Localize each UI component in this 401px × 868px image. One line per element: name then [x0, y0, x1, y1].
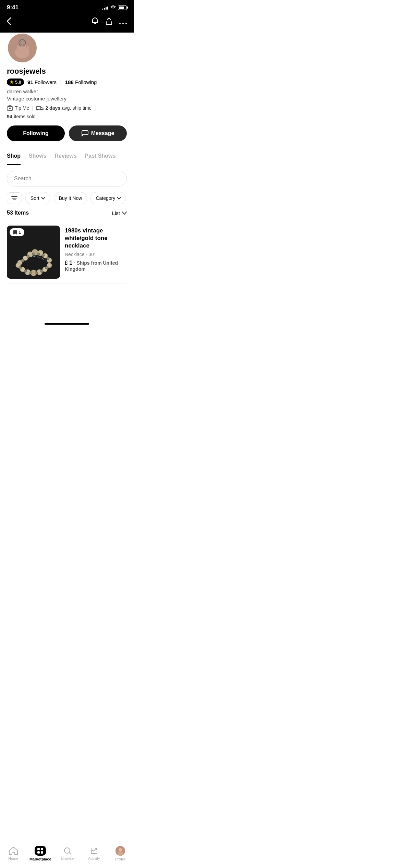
view-toggle[interactable]: List — [112, 210, 127, 216]
ship-time-value: 2 days — [45, 105, 60, 111]
followers-count: 91 — [27, 79, 33, 85]
svg-rect-6 — [17, 45, 20, 52]
bookmark-count: 1 — [19, 230, 21, 235]
category-label: Category — [96, 195, 115, 201]
filter-icon-button[interactable] — [7, 192, 22, 204]
buy-it-now-button[interactable]: Buy It Now — [54, 192, 87, 204]
shop-content: Sort Buy It Now Category 53 Items List — [0, 165, 134, 289]
username: roosjewels — [7, 67, 127, 76]
ship-time-item: 2 days avg. ship time — [36, 105, 92, 111]
profile-info: roosjewels ★ 5.0 91 Followers | 188 Foll… — [0, 63, 134, 119]
ship-time-label: avg. ship time — [62, 105, 92, 111]
tip-me-label: Tip Me — [15, 105, 29, 111]
followers-stat[interactable]: 91 Followers — [27, 79, 57, 85]
svg-point-32 — [37, 253, 40, 255]
product-image-wrap: 1 — [7, 226, 60, 279]
product-card[interactable]: 1 1980s vintage white/gold tone necklace… — [7, 221, 127, 284]
svg-point-47 — [45, 266, 48, 269]
more-options-icon[interactable] — [119, 18, 127, 27]
search-input[interactable] — [7, 171, 127, 186]
category-button[interactable]: Category — [90, 192, 126, 204]
tab-reviews-label: Reviews — [55, 153, 77, 159]
svg-point-1 — [119, 23, 121, 24]
bio: Vintage costume jewellery — [7, 96, 127, 101]
svg-point-46 — [40, 270, 43, 273]
stats-row: ★ 5.0 91 Followers | 188 Following — [7, 79, 127, 86]
svg-rect-17 — [82, 131, 88, 135]
status-time: 9:41 — [7, 4, 19, 11]
tab-shop[interactable]: Shop — [7, 148, 21, 165]
wifi-icon — [110, 5, 116, 10]
items-count: 53 Items — [7, 210, 29, 216]
product-price: £ 1 · Ships from United Kingdom — [65, 260, 127, 272]
tab-past-shows[interactable]: Past Shows — [85, 148, 116, 165]
tab-shop-label: Shop — [7, 153, 21, 159]
action-buttons: Following Message — [0, 125, 134, 148]
svg-point-33 — [42, 254, 45, 257]
tab-past-shows-label: Past Shows — [85, 153, 116, 159]
svg-point-31 — [32, 253, 35, 255]
status-icons — [102, 5, 127, 10]
rating-value: 5.0 — [15, 80, 21, 85]
items-count-row: 53 Items List — [7, 210, 127, 216]
status-bar: 9:41 — [0, 0, 134, 14]
svg-point-45 — [35, 272, 38, 274]
tab-shows[interactable]: Shows — [29, 148, 47, 165]
svg-point-34 — [47, 257, 49, 260]
home-indicator — [45, 323, 89, 325]
tabs: Shop Shows Reviews Past Shows — [0, 148, 134, 165]
header-nav — [0, 14, 134, 34]
share-icon[interactable] — [106, 17, 112, 27]
star-icon: ★ — [10, 80, 14, 85]
battery-icon — [118, 5, 127, 10]
bookmark-badge[interactable]: 1 — [10, 228, 24, 236]
message-label: Message — [91, 130, 114, 136]
tab-reviews[interactable]: Reviews — [55, 148, 77, 165]
following-label: Following — [75, 79, 97, 85]
buy-it-now-label: Buy It Now — [59, 195, 82, 201]
following-stat[interactable]: 188 Following — [65, 79, 97, 85]
product-shipping: · Ships from United Kingdom — [65, 260, 118, 272]
header-actions — [91, 17, 127, 27]
stat-divider: | — [60, 79, 62, 86]
meta-divider-2: | — [94, 105, 96, 111]
meta-row: Tip Me | 2 days avg. ship time | 94 item… — [7, 105, 127, 119]
following-count: 188 — [65, 79, 74, 85]
filter-row: Sort Buy It Now Category — [7, 192, 127, 204]
svg-point-0 — [113, 9, 114, 10]
items-sold-value: 94 — [7, 114, 12, 119]
svg-point-16 — [41, 109, 42, 110]
view-mode-label: List — [112, 210, 120, 216]
svg-rect-9 — [27, 46, 29, 52]
notification-bell-icon[interactable] — [91, 17, 99, 27]
back-button[interactable] — [7, 17, 11, 27]
product-title: 1980s vintage white/gold tone necklace — [65, 227, 127, 250]
sort-label: Sort — [31, 195, 39, 201]
display-name: darren walker — [7, 88, 127, 94]
svg-point-3 — [125, 23, 127, 24]
message-button[interactable]: Message — [69, 125, 127, 141]
items-sold-item: 94 items sold — [7, 114, 36, 119]
items-sold-label: items sold — [14, 114, 36, 119]
svg-point-43 — [24, 270, 27, 273]
avatar-section — [0, 33, 134, 63]
following-button[interactable]: Following — [7, 125, 65, 141]
svg-point-15 — [37, 109, 38, 110]
svg-point-44 — [29, 272, 32, 274]
product-details: 1980s vintage white/gold tone necklace N… — [65, 226, 127, 279]
rating-badge[interactable]: ★ 5.0 — [7, 79, 24, 86]
product-subtitle: Necklace · 30" — [65, 252, 127, 257]
tip-me-item[interactable]: Tip Me — [7, 105, 29, 111]
svg-point-42 — [19, 266, 22, 269]
search-container — [7, 171, 127, 186]
tab-shows-label: Shows — [29, 153, 47, 159]
followers-label: Followers — [35, 79, 57, 85]
avatar — [7, 33, 38, 63]
svg-rect-14 — [36, 107, 41, 110]
sort-button[interactable]: Sort — [25, 192, 50, 204]
meta-divider-1: | — [32, 105, 33, 111]
svg-point-2 — [122, 23, 124, 24]
signal-icon — [102, 5, 108, 10]
